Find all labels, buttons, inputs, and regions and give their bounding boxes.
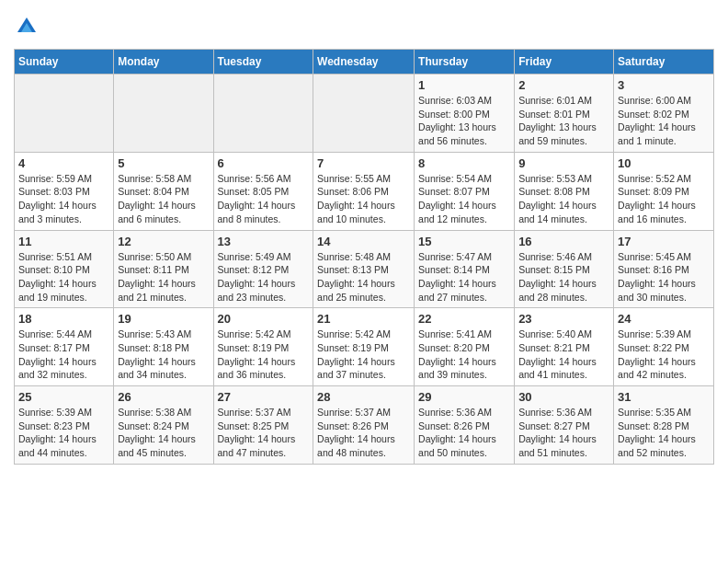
day-number: 15 <box>418 235 510 248</box>
day-info: Sunrise: 5:49 AM Sunset: 8:12 PM Dayligh… <box>218 250 310 304</box>
column-header-monday: Monday <box>114 50 213 75</box>
day-info: Sunrise: 5:37 AM Sunset: 8:25 PM Dayligh… <box>218 406 310 460</box>
day-cell: 14Sunrise: 5:48 AM Sunset: 8:13 PM Dayli… <box>313 230 415 308</box>
day-cell: 27Sunrise: 5:37 AM Sunset: 8:25 PM Dayli… <box>213 386 313 465</box>
day-cell: 23Sunrise: 5:40 AM Sunset: 8:21 PM Dayli… <box>515 308 614 386</box>
day-number: 5 <box>118 156 209 170</box>
day-number: 11 <box>18 235 109 248</box>
day-info: Sunrise: 5:54 AM Sunset: 8:07 PM Dayligh… <box>418 172 510 226</box>
day-number: 30 <box>518 390 609 404</box>
day-info: Sunrise: 5:42 AM Sunset: 8:19 PM Dayligh… <box>218 327 310 382</box>
day-info: Sunrise: 5:36 AM Sunset: 8:27 PM Dayligh… <box>518 406 609 460</box>
day-info: Sunrise: 5:58 AM Sunset: 8:04 PM Dayligh… <box>118 172 209 226</box>
day-number: 16 <box>518 235 609 248</box>
day-info: Sunrise: 5:40 AM Sunset: 8:21 PM Dayligh… <box>518 327 609 382</box>
day-cell: 15Sunrise: 5:47 AM Sunset: 8:14 PM Dayli… <box>415 230 515 308</box>
day-number: 9 <box>518 156 609 170</box>
day-number: 21 <box>317 312 410 326</box>
week-row-4: 18Sunrise: 5:44 AM Sunset: 8:17 PM Dayli… <box>15 308 714 386</box>
day-cell: 31Sunrise: 5:35 AM Sunset: 8:28 PM Dayli… <box>614 386 714 465</box>
day-cell: 8Sunrise: 5:54 AM Sunset: 8:07 PM Daylig… <box>415 152 515 230</box>
logo <box>14 14 43 40</box>
day-info: Sunrise: 5:35 AM Sunset: 8:28 PM Dayligh… <box>618 406 710 460</box>
day-number: 26 <box>118 390 209 404</box>
day-number: 31 <box>618 390 710 404</box>
day-number: 1 <box>418 78 510 92</box>
day-number: 8 <box>418 156 510 170</box>
page-header <box>14 14 714 40</box>
day-number: 20 <box>218 312 310 326</box>
day-number: 17 <box>618 235 710 248</box>
day-cell <box>213 75 313 153</box>
day-cell: 1Sunrise: 6:03 AM Sunset: 8:00 PM Daylig… <box>415 75 515 153</box>
day-cell: 28Sunrise: 5:37 AM Sunset: 8:26 PM Dayli… <box>313 386 415 465</box>
day-info: Sunrise: 5:39 AM Sunset: 8:23 PM Dayligh… <box>18 406 109 460</box>
day-number: 2 <box>518 78 609 92</box>
day-info: Sunrise: 5:51 AM Sunset: 8:10 PM Dayligh… <box>18 250 109 304</box>
day-number: 19 <box>118 312 209 326</box>
day-number: 7 <box>317 156 410 170</box>
day-info: Sunrise: 5:44 AM Sunset: 8:17 PM Dayligh… <box>18 327 109 382</box>
day-number: 13 <box>218 235 310 248</box>
day-cell: 30Sunrise: 5:36 AM Sunset: 8:27 PM Dayli… <box>515 386 614 465</box>
calendar-body: 1Sunrise: 6:03 AM Sunset: 8:00 PM Daylig… <box>15 75 714 465</box>
day-info: Sunrise: 6:01 AM Sunset: 8:01 PM Dayligh… <box>518 94 609 148</box>
day-cell: 26Sunrise: 5:38 AM Sunset: 8:24 PM Dayli… <box>114 386 213 465</box>
day-info: Sunrise: 6:00 AM Sunset: 8:02 PM Dayligh… <box>618 94 710 148</box>
logo-icon <box>14 14 40 40</box>
day-cell: 9Sunrise: 5:53 AM Sunset: 8:08 PM Daylig… <box>515 152 614 230</box>
column-header-tuesday: Tuesday <box>213 50 313 75</box>
week-row-3: 11Sunrise: 5:51 AM Sunset: 8:10 PM Dayli… <box>15 230 714 308</box>
day-number: 6 <box>218 156 310 170</box>
day-cell: 13Sunrise: 5:49 AM Sunset: 8:12 PM Dayli… <box>213 230 313 308</box>
day-cell: 22Sunrise: 5:41 AM Sunset: 8:20 PM Dayli… <box>415 308 515 386</box>
day-number: 14 <box>317 235 410 248</box>
day-cell <box>114 75 213 153</box>
day-number: 24 <box>618 312 710 326</box>
day-number: 10 <box>618 156 710 170</box>
day-info: Sunrise: 5:45 AM Sunset: 8:16 PM Dayligh… <box>618 250 710 304</box>
day-number: 22 <box>418 312 510 326</box>
day-cell: 16Sunrise: 5:46 AM Sunset: 8:15 PM Dayli… <box>515 230 614 308</box>
day-cell: 3Sunrise: 6:00 AM Sunset: 8:02 PM Daylig… <box>614 75 714 153</box>
day-info: Sunrise: 5:59 AM Sunset: 8:03 PM Dayligh… <box>18 172 109 226</box>
column-header-thursday: Thursday <box>415 50 515 75</box>
day-cell: 11Sunrise: 5:51 AM Sunset: 8:10 PM Dayli… <box>15 230 114 308</box>
day-info: Sunrise: 5:41 AM Sunset: 8:20 PM Dayligh… <box>418 327 510 382</box>
day-cell: 25Sunrise: 5:39 AM Sunset: 8:23 PM Dayli… <box>15 386 114 465</box>
day-info: Sunrise: 5:55 AM Sunset: 8:06 PM Dayligh… <box>317 172 410 226</box>
day-info: Sunrise: 5:47 AM Sunset: 8:14 PM Dayligh… <box>418 250 510 304</box>
day-number: 4 <box>18 156 109 170</box>
day-number: 23 <box>518 312 609 326</box>
day-cell <box>313 75 415 153</box>
day-info: Sunrise: 5:37 AM Sunset: 8:26 PM Dayligh… <box>317 406 410 460</box>
day-cell: 2Sunrise: 6:01 AM Sunset: 8:01 PM Daylig… <box>515 75 614 153</box>
column-header-saturday: Saturday <box>614 50 714 75</box>
day-number: 27 <box>218 390 310 404</box>
day-info: Sunrise: 5:50 AM Sunset: 8:11 PM Dayligh… <box>118 250 209 304</box>
day-cell: 10Sunrise: 5:52 AM Sunset: 8:09 PM Dayli… <box>614 152 714 230</box>
week-row-2: 4Sunrise: 5:59 AM Sunset: 8:03 PM Daylig… <box>15 152 714 230</box>
day-cell <box>15 75 114 153</box>
day-info: Sunrise: 5:52 AM Sunset: 8:09 PM Dayligh… <box>618 172 710 226</box>
day-cell: 29Sunrise: 5:36 AM Sunset: 8:26 PM Dayli… <box>415 386 515 465</box>
day-number: 18 <box>18 312 109 326</box>
day-cell: 18Sunrise: 5:44 AM Sunset: 8:17 PM Dayli… <box>15 308 114 386</box>
day-info: Sunrise: 5:39 AM Sunset: 8:22 PM Dayligh… <box>618 327 710 382</box>
day-cell: 19Sunrise: 5:43 AM Sunset: 8:18 PM Dayli… <box>114 308 213 386</box>
column-header-wednesday: Wednesday <box>313 50 415 75</box>
day-cell: 21Sunrise: 5:42 AM Sunset: 8:19 PM Dayli… <box>313 308 415 386</box>
day-info: Sunrise: 5:36 AM Sunset: 8:26 PM Dayligh… <box>418 406 510 460</box>
day-number: 25 <box>18 390 109 404</box>
column-header-friday: Friday <box>515 50 614 75</box>
day-cell: 12Sunrise: 5:50 AM Sunset: 8:11 PM Dayli… <box>114 230 213 308</box>
day-info: Sunrise: 5:56 AM Sunset: 8:05 PM Dayligh… <box>218 172 310 226</box>
day-info: Sunrise: 5:42 AM Sunset: 8:19 PM Dayligh… <box>317 327 410 382</box>
day-cell: 24Sunrise: 5:39 AM Sunset: 8:22 PM Dayli… <box>614 308 714 386</box>
day-cell: 6Sunrise: 5:56 AM Sunset: 8:05 PM Daylig… <box>213 152 313 230</box>
day-number: 12 <box>118 235 209 248</box>
week-row-1: 1Sunrise: 6:03 AM Sunset: 8:00 PM Daylig… <box>15 75 714 153</box>
day-number: 29 <box>418 390 510 404</box>
day-info: Sunrise: 5:53 AM Sunset: 8:08 PM Dayligh… <box>518 172 609 226</box>
day-cell: 7Sunrise: 5:55 AM Sunset: 8:06 PM Daylig… <box>313 152 415 230</box>
